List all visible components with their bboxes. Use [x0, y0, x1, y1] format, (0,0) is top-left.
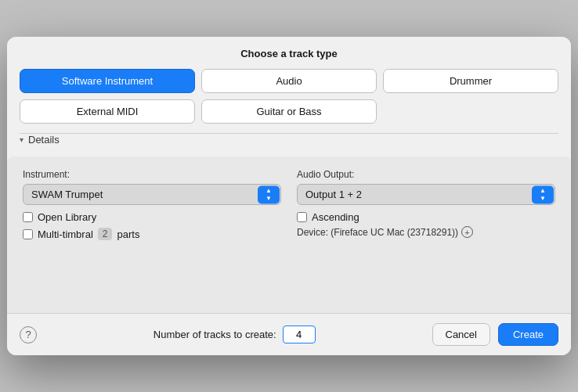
create-button[interactable]: Create [498, 323, 558, 346]
ascending-label: Ascending [312, 211, 359, 223]
tracks-label: Number of tracks to create: [154, 329, 276, 340]
multi-timbral-checkbox[interactable] [23, 229, 33, 239]
instrument-label: Instrument: [23, 169, 281, 180]
device-expand-icon[interactable]: + [461, 226, 473, 238]
track-type-row2: External MIDI Guitar or Bass [7, 99, 571, 133]
multi-timbral-label: Multi-timbral [38, 228, 93, 240]
instrument-column: Instrument: SWAM Trumpet Open Library Mu… [23, 169, 281, 240]
details-section: ▾ Details [7, 134, 571, 156]
ascending-checkbox[interactable] [297, 212, 307, 222]
open-library-label: Open Library [38, 211, 96, 223]
help-button[interactable]: ? [20, 326, 37, 343]
audio-output-column: Audio Output: Output 1 + 2 Ascending Dev… [297, 169, 555, 240]
audio-output-label: Audio Output: [297, 169, 555, 180]
track-type-row1: Software Instrument Audio Drummer [7, 69, 571, 99]
multi-timbral-row: Multi-timbral 2 parts [23, 228, 281, 240]
instrument-select[interactable]: SWAM Trumpet [23, 184, 281, 205]
details-label: Details [28, 134, 60, 146]
audio-output-select-wrapper: Output 1 + 2 [297, 184, 555, 205]
audio-output-select[interactable]: Output 1 + 2 [297, 184, 555, 205]
details-body: Instrument: SWAM Trumpet Open Library Mu… [7, 156, 571, 313]
btn-drummer[interactable]: Drummer [383, 69, 558, 93]
instrument-select-wrapper: SWAM Trumpet [23, 184, 281, 205]
footer-right: Cancel Create [432, 323, 559, 346]
dialog-footer: ? Number of tracks to create: Cancel Cre… [7, 313, 571, 355]
dialog-title: Choose a track type [7, 37, 571, 69]
cancel-button[interactable]: Cancel [432, 323, 490, 346]
dialog: Choose a track type Software Instrument … [7, 37, 571, 355]
footer-left: ? [20, 326, 37, 343]
chevron-down-icon: ▾ [20, 135, 23, 144]
parts-label: parts [117, 228, 139, 240]
device-info-text: Device: (Fireface UC Mac (23718291)) [297, 227, 458, 238]
open-library-row: Open Library [23, 211, 281, 223]
tracks-count-input[interactable] [283, 325, 316, 343]
footer-center: Number of tracks to create: [154, 325, 316, 343]
parts-count-badge: 2 [98, 228, 113, 240]
btn-audio[interactable]: Audio [201, 69, 377, 93]
device-info-row: Device: (Fireface UC Mac (23718291)) + [297, 226, 555, 238]
btn-guitar-or-bass[interactable]: Guitar or Bass [201, 99, 377, 124]
btn-external-midi[interactable]: External MIDI [20, 99, 195, 124]
open-library-checkbox[interactable] [23, 212, 33, 222]
btn-software-instrument[interactable]: Software Instrument [20, 69, 195, 93]
details-columns: Instrument: SWAM Trumpet Open Library Mu… [23, 169, 555, 240]
details-header[interactable]: ▾ Details [20, 134, 558, 152]
ascending-row: Ascending [297, 211, 555, 223]
